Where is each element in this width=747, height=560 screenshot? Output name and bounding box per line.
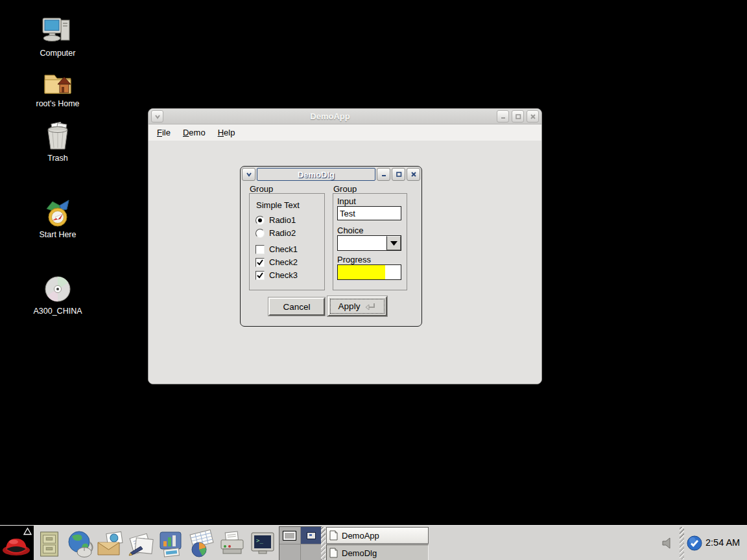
menu-accel: D xyxy=(183,128,189,137)
enter-key-icon xyxy=(364,302,376,311)
maximize-icon xyxy=(514,113,522,121)
launcher-file-manager[interactable] xyxy=(34,528,64,559)
checkbox-label: Check2 xyxy=(269,257,298,267)
menu-accel: F xyxy=(157,128,162,137)
launcher-terminal[interactable]: >_ xyxy=(247,528,278,559)
presentation-icon xyxy=(157,530,185,558)
launcher-email[interactable] xyxy=(95,528,125,559)
radio-label: Radio2 xyxy=(269,228,296,238)
launcher-web-browser[interactable] xyxy=(64,528,95,559)
desktop-icon-label: root's Home xyxy=(19,99,97,108)
svg-text:>_: >_ xyxy=(256,537,263,544)
checkbox-check1[interactable]: Check1 xyxy=(255,244,298,254)
minimize-icon xyxy=(499,113,507,121)
window-list: DemoApp DemoDlg xyxy=(326,527,429,560)
minimize-icon xyxy=(380,170,388,178)
choice-label: Choice xyxy=(337,226,363,235)
apply-button[interactable]: Apply xyxy=(327,296,387,316)
workspace-2-active[interactable] xyxy=(301,527,322,544)
menu-rest: emo xyxy=(189,128,205,137)
launcher-word-processor[interactable] xyxy=(125,528,156,559)
menu-help[interactable]: Help xyxy=(218,128,235,137)
input-field[interactable] xyxy=(337,206,401,220)
left-group-label: Group xyxy=(250,184,273,194)
menubar: File Demo Help xyxy=(148,124,541,141)
menu-rest: elp xyxy=(224,128,235,137)
progress-bar xyxy=(337,264,401,280)
cancel-button[interactable]: Cancel xyxy=(268,298,325,316)
clock[interactable]: 2:54 AM xyxy=(706,537,740,548)
close-button[interactable] xyxy=(527,110,539,122)
update-notifier-applet[interactable] xyxy=(687,535,702,553)
workspace-1[interactable] xyxy=(279,527,300,544)
window-title: DemoApp xyxy=(165,111,495,121)
taskbar-panel: >_ DemoApp xyxy=(0,525,747,560)
checkbox-icon xyxy=(255,245,265,254)
start-here-icon xyxy=(42,198,74,228)
checkbox-check3[interactable]: Check3 xyxy=(255,270,298,280)
launcher-presentation[interactable] xyxy=(156,528,186,559)
dialog-maximize-button[interactable] xyxy=(392,168,405,181)
workspace-pager xyxy=(279,526,322,560)
dialog-menu-button[interactable] xyxy=(242,168,255,181)
email-icon xyxy=(96,530,124,558)
panel-drag-handle[interactable] xyxy=(321,527,326,559)
demodlg-titlebar[interactable]: DemoDlg xyxy=(242,168,420,181)
desktop-icon-roots-home[interactable]: root's Home xyxy=(19,67,97,108)
menu-demo[interactable]: Demo xyxy=(183,128,206,137)
dialog-title-area[interactable]: DemoDlg xyxy=(257,168,375,181)
dialog-minimize-button[interactable] xyxy=(377,168,390,181)
radio-radio2[interactable]: Radio2 xyxy=(255,228,296,238)
spreadsheet-icon xyxy=(187,530,216,558)
workspace-3[interactable] xyxy=(279,544,300,560)
menu-accel: H xyxy=(218,128,224,137)
maximize-button[interactable] xyxy=(512,110,524,122)
speaker-icon xyxy=(661,537,674,550)
main-menu-button[interactable] xyxy=(0,526,34,560)
computer-icon xyxy=(42,17,74,47)
cdrom-icon xyxy=(43,275,73,305)
demoapp-titlebar[interactable]: DemoApp xyxy=(148,109,541,124)
update-check-icon xyxy=(687,535,702,551)
chevron-down-icon xyxy=(154,113,161,121)
choice-combobox[interactable] xyxy=(337,235,401,251)
minimize-button[interactable] xyxy=(497,110,509,122)
right-groupbox: Input Choice Progress xyxy=(333,193,407,290)
radio-icon xyxy=(255,216,265,225)
menu-file[interactable]: File xyxy=(157,128,171,137)
pager-window-small xyxy=(307,532,316,539)
desktop-icon-start-here[interactable]: Start Here xyxy=(19,198,97,239)
checkbox-label: Check1 xyxy=(269,244,298,254)
desktop-icon-a300-china[interactable]: A300_CHINA xyxy=(19,275,97,316)
desktop: Computer root's Home Trash xyxy=(0,0,747,560)
printer-icon xyxy=(218,530,246,558)
workspace-4[interactable] xyxy=(301,544,322,560)
volume-applet[interactable] xyxy=(661,537,674,552)
word-processor-icon xyxy=(126,530,155,558)
checkbox-icon xyxy=(255,271,265,280)
checkmark-icon xyxy=(256,272,264,279)
task-button-demodlg[interactable]: DemoDlg xyxy=(326,544,429,560)
launcher-spreadsheet[interactable] xyxy=(186,528,217,559)
right-group-label: Group xyxy=(333,184,357,194)
document-icon xyxy=(329,548,338,558)
panel-drag-handle[interactable] xyxy=(680,527,684,559)
window-menu-button[interactable] xyxy=(151,110,163,122)
task-button-demoapp[interactable]: DemoApp xyxy=(326,527,429,544)
left-groupbox: Simple Text Radio1 Radio2 Check1 Check2 xyxy=(249,193,325,290)
pager-window-outline xyxy=(283,531,296,541)
chevron-down-icon xyxy=(245,170,253,178)
desktop-icon-label: A300_CHINA xyxy=(19,307,97,316)
combo-dropdown-button[interactable] xyxy=(386,236,401,250)
launcher-printer[interactable] xyxy=(217,528,247,559)
close-icon xyxy=(410,170,418,178)
terminal-icon: >_ xyxy=(248,530,277,558)
checkbox-check2[interactable]: Check2 xyxy=(255,257,298,267)
desktop-icon-trash[interactable]: Trash xyxy=(19,122,97,163)
desktop-icon-label: Computer xyxy=(19,49,97,58)
dialog-close-button[interactable] xyxy=(407,168,420,181)
desktop-icon-label: Start Here xyxy=(19,230,97,239)
simple-text-label: Simple Text xyxy=(256,200,300,210)
radio-radio1[interactable]: Radio1 xyxy=(255,215,296,225)
desktop-icon-computer[interactable]: Computer xyxy=(19,17,97,58)
